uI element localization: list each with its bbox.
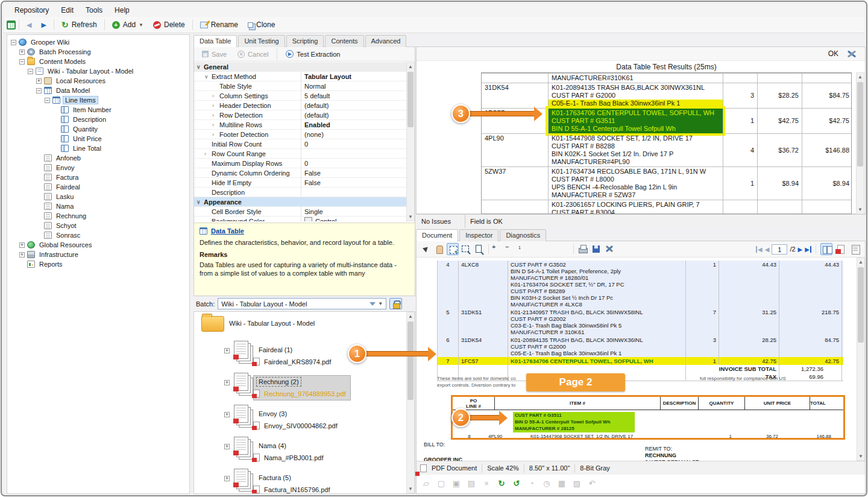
scale-label[interactable]: Scale 42%	[487, 464, 519, 472]
annotate-icon[interactable]: ▨	[571, 478, 583, 490]
tree-item[interactable]: Description	[7, 115, 189, 124]
batch-folder-name[interactable]: Factura (5)	[257, 473, 293, 482]
scroll-up-icon[interactable]: ▲	[857, 258, 864, 266]
property-value[interactable]: 0	[301, 160, 406, 167]
page-number-input[interactable]: 1	[772, 244, 787, 255]
tree-item[interactable]: Reports	[7, 259, 189, 269]
tree-expander-icon[interactable]	[36, 194, 42, 200]
tree-item[interactable]: Rechnung	[7, 211, 189, 221]
batch-file-name[interactable]: Factura_IN165796.pdf	[264, 486, 330, 493]
rename-button[interactable]: Rename	[196, 19, 242, 31]
test-extraction-button[interactable]: ▶Test Extraction	[281, 48, 344, 60]
property-row[interactable]: ›Row Detection (default)	[194, 110, 406, 120]
tree-expander-icon[interactable]: +	[19, 49, 25, 55]
print-icon[interactable]	[577, 243, 589, 255]
tree-expander-icon[interactable]: +	[224, 476, 230, 481]
reprocess-icon[interactable]: ↻	[495, 478, 508, 490]
property-row[interactable]: ∨General	[194, 62, 406, 72]
tree-expander-icon[interactable]: +	[19, 242, 25, 248]
tree-item[interactable]: Schyot	[7, 221, 189, 230]
editor-tab[interactable]: Unit Testing	[238, 35, 285, 47]
property-expander-icon[interactable]: ∨	[197, 199, 202, 205]
property-row[interactable]: ›Footer Detection (none)	[194, 130, 406, 139]
levels-icon[interactable]: ▤	[465, 478, 477, 490]
property-expander-icon[interactable]: ∨	[197, 64, 202, 70]
scroll-up-icon[interactable]: ▲	[407, 63, 414, 71]
pan-hand-icon[interactable]	[433, 243, 445, 255]
menu-item[interactable]: Repository	[8, 4, 55, 16]
select-region-icon[interactable]	[447, 243, 459, 255]
tree-item[interactable]: − Data Model	[7, 86, 189, 95]
tree-expander-icon[interactable]: +	[19, 252, 25, 258]
scroll-down-icon[interactable]: ▼	[857, 206, 864, 214]
tree-item[interactable]: Item Number	[7, 105, 189, 115]
property-row[interactable]: ∨Extract Method Tabular Layout	[194, 72, 406, 81]
property-row[interactable]: Maximum Display Rows 0	[194, 159, 406, 168]
property-value[interactable]: Control	[301, 217, 406, 221]
property-row[interactable]: Hide If Empty False	[194, 178, 406, 188]
scroll-down-icon[interactable]: ▼	[407, 485, 414, 493]
editor-tab[interactable]: Data Table	[193, 35, 237, 47]
split-view-icon[interactable]	[820, 243, 832, 255]
batch-folder-name[interactable]: Nama (4)	[257, 442, 288, 450]
tree-expander-icon[interactable]	[36, 214, 42, 219]
property-row[interactable]: ∨Appearance	[194, 197, 406, 207]
property-row[interactable]: ›Column Settings 5 default	[194, 91, 406, 101]
preview-page-icon[interactable]	[473, 243, 485, 255]
property-value[interactable]: False	[301, 169, 406, 177]
nav-back-button[interactable]: ◀	[22, 19, 36, 31]
property-expander-icon[interactable]: ›	[212, 103, 218, 109]
crop-icon[interactable]: ▣	[450, 478, 462, 490]
editor-tab[interactable]: Scripting	[286, 35, 324, 47]
tree-expander-icon[interactable]: +	[224, 380, 230, 385]
property-expander-icon[interactable]: ›	[212, 93, 218, 99]
tree-expander-icon[interactable]: −	[36, 88, 42, 93]
property-expander-icon[interactable]: ›	[212, 122, 218, 128]
tree-expander-icon[interactable]	[53, 107, 58, 113]
batch-file-name[interactable]: Envoy_SIV00004862.pdf	[264, 422, 338, 429]
settings-tools-icon[interactable]	[846, 49, 858, 59]
deskew-icon[interactable]: ▱	[420, 478, 432, 490]
tree-expander-icon[interactable]: −	[28, 69, 33, 74]
tree-item[interactable]: Lasku	[7, 192, 189, 201]
batch-folder-name[interactable]: Fairdeal (1)	[257, 346, 294, 354]
tree-item[interactable]: Anfoneb	[7, 153, 189, 163]
property-expander-icon[interactable]: ∨	[204, 74, 210, 80]
help-title-link[interactable]: Data Table	[211, 227, 244, 235]
tree-expander-icon[interactable]	[53, 146, 58, 151]
batch-file-name[interactable]: Nama_#PBJ001.pdf	[264, 454, 323, 461]
filter-icon[interactable]	[370, 302, 376, 306]
grid-icon[interactable]: ▦	[556, 478, 568, 490]
viewer-tab[interactable]: Document	[416, 229, 458, 241]
viewer-tab[interactable]: Diagnostics	[500, 229, 546, 241]
tree-expander-icon[interactable]: +	[224, 348, 230, 353]
tree-expander-icon[interactable]: +	[36, 78, 42, 84]
tree-item[interactable]: Fairdeal	[7, 182, 189, 192]
separator[interactable]	[573, 244, 574, 254]
tree-expander-icon[interactable]: +	[224, 412, 230, 417]
pointer-icon[interactable]	[420, 243, 432, 255]
batch-folder-item[interactable]: + Rechnung (2) Rechnung_9764889953.pdf	[194, 368, 415, 400]
scrollbar-thumb[interactable]	[857, 82, 863, 166]
tree-expander-icon[interactable]	[53, 117, 58, 122]
results-scrollbar[interactable]: ▲ ▼	[856, 72, 864, 214]
scrollbar-thumb[interactable]	[858, 267, 864, 343]
tree-item[interactable]: − Line Items	[7, 95, 189, 105]
zoom-out-icon[interactable]	[505, 243, 517, 255]
tree-item[interactable]: − Wiki - Tabular Layout - Model	[7, 66, 189, 76]
tree-item[interactable]: Unit Price	[7, 134, 189, 144]
tree-item[interactable]: + Batch Processing	[7, 47, 189, 57]
viewer-tab[interactable]: Inspector	[459, 229, 498, 241]
tree-expander-icon[interactable]	[19, 262, 25, 267]
property-row[interactable]: Background Color Control	[194, 217, 406, 221]
timer-icon[interactable]: ◷	[541, 478, 553, 490]
property-value[interactable]: Enabled	[301, 121, 406, 128]
property-row[interactable]: Description	[194, 188, 406, 197]
viewer-scrollbar[interactable]: ▲ ▼	[857, 258, 865, 461]
scroll-down-icon[interactable]: ▼	[407, 213, 414, 221]
text-view-icon[interactable]	[849, 243, 861, 255]
separator[interactable]	[488, 244, 489, 254]
batch-folder-item[interactable]: + Factura (5) Factura_IN165796.pdf	[194, 464, 415, 494]
scroll-up-icon[interactable]: ▲	[857, 73, 864, 81]
menu-item[interactable]: Edit	[55, 4, 80, 16]
